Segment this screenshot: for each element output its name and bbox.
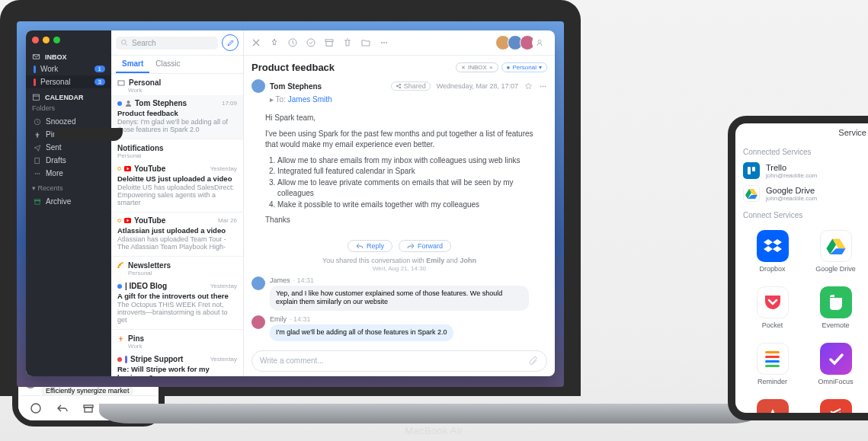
sidebar-inbox-header[interactable]: INBOX (26, 48, 111, 62)
archive-icon[interactable] (82, 402, 94, 414)
participant-avatars[interactable] (498, 35, 547, 50)
close-icon[interactable] (251, 38, 261, 47)
svg-rect-8 (85, 407, 92, 412)
reply-button[interactable]: Reply (348, 240, 392, 252)
connected-services-label: Connected Services (735, 142, 868, 159)
email-body: Hi Spark team, I've been using Spark for… (244, 108, 555, 237)
sidebar-item-work[interactable]: Work1 (26, 62, 111, 75)
comment-bubble[interactable]: Yep, and I like how customer explained s… (270, 286, 529, 311)
email-subject: Product feedback (251, 62, 335, 73)
reply-icon[interactable] (56, 402, 69, 414)
sidebar-item-more[interactable]: More (26, 167, 111, 180)
comment-bubble[interactable]: I'm glad we'll be adding all of those fe… (270, 324, 453, 341)
svg-rect-41 (752, 167, 755, 171)
youtube-icon (124, 217, 131, 224)
stripe-icon (125, 356, 127, 363)
svg-rect-40 (748, 167, 751, 174)
pin-icon[interactable] (270, 38, 279, 47)
reader-from-row[interactable]: Tom Stephens Shared Wednesday, Mar 28, 1… (244, 78, 555, 94)
reader-toolbar (244, 30, 555, 56)
snooze-icon[interactable] (288, 38, 297, 47)
svg-point-22 (127, 101, 130, 104)
sidebar-calendar-header[interactable]: CALENDAR (26, 88, 111, 103)
sidebar-recents-label[interactable]: ▾ Recents (26, 183, 111, 195)
iphone-notch (54, 127, 123, 141)
trello-icon (743, 162, 760, 179)
reader-to-row[interactable]: ▸ To: James Smith (244, 94, 555, 108)
ipad-header: Service (735, 123, 868, 142)
avatar (251, 315, 265, 329)
tile-reminder[interactable]: Reminder (746, 343, 799, 385)
search-icon (120, 39, 128, 46)
sidebar: INBOX Work1 Personal3 CALENDAR Folders S… (26, 30, 111, 376)
trash-icon[interactable] (343, 38, 352, 47)
forward-button[interactable]: Forward (399, 240, 451, 252)
gdrive-icon (743, 185, 760, 202)
svg-point-38 (543, 85, 544, 87)
sidebar-item-personal[interactable]: Personal3 (26, 75, 111, 88)
tile-omnifocus[interactable]: OmniFocus (809, 343, 862, 385)
rss-icon (117, 262, 124, 269)
connect-services-label: Connect Services (735, 205, 868, 222)
more-icon[interactable] (539, 82, 547, 91)
group-newsletters[interactable]: Newsletters (111, 257, 243, 270)
svg-rect-14 (35, 158, 40, 164)
tab-smart[interactable]: Smart (116, 56, 149, 73)
comment-input[interactable]: Write a comment... (251, 350, 547, 372)
circle-icon[interactable] (30, 402, 42, 414)
shared-pill[interactable]: Shared (391, 81, 431, 91)
tile-pocket[interactable]: Pocket (746, 286, 799, 329)
add-participant-icon (532, 35, 547, 50)
archive-icon[interactable] (325, 38, 334, 47)
service-google-drive[interactable]: Google Drivejohn@readdle.com (735, 182, 868, 205)
tile-dropbox[interactable]: Dropbox (746, 230, 799, 273)
service-trello[interactable]: Trellojohn@readdle.com (735, 159, 868, 182)
inbox-icon (32, 53, 40, 61)
ring-icon (117, 219, 121, 222)
message-item[interactable]: Stripe SupportYesterday Re: Will Stripe … (111, 351, 243, 376)
message-item[interactable]: YouTubeMar 26 Atlassian just uploaded a … (111, 213, 243, 257)
window-controls[interactable] (26, 30, 111, 48)
group-notifications[interactable]: Notifications (111, 139, 243, 152)
tile-wunderlist[interactable]: Wunderlist (746, 399, 799, 420)
svg-point-20 (122, 40, 127, 45)
ipad-device: Service Connected Services Trellojohn@re… (728, 116, 868, 420)
chip-inbox[interactable]: ✕ INBOX × (456, 62, 498, 72)
sender-name: Tom Stephens (270, 82, 322, 91)
compose-button[interactable] (222, 34, 239, 51)
message-item[interactable]: | IDEO BlogYesterday A gift for the intr… (111, 278, 243, 330)
conversation-comments: James· 14:31 Yep, and I like how custome… (244, 273, 555, 350)
message-item[interactable]: Tom Stephens17:09 Product feedback Denys… (111, 95, 243, 139)
attach-icon[interactable] (528, 356, 539, 366)
tile-gdrive[interactable]: Google Drive (809, 230, 862, 273)
sidebar-item-sent[interactable]: Sent (26, 141, 111, 154)
macbook-device: INBOX Work1 Personal3 CALENDAR Folders S… (0, 0, 581, 396)
done-icon[interactable] (306, 38, 315, 47)
svg-point-17 (39, 173, 40, 174)
services-grid: Dropbox Google Drive Pocket Evernote Rem… (735, 222, 868, 420)
group-pins[interactable]: Pins (111, 330, 243, 343)
sidebar-item-drafts[interactable]: Drafts (26, 154, 111, 167)
pin-icon (34, 131, 41, 139)
share-icon (396, 83, 402, 89)
unread-dot-icon (117, 284, 122, 289)
svg-point-32 (386, 42, 387, 43)
chip-personal[interactable]: ● Personal ▾ (501, 62, 547, 72)
sent-icon (34, 144, 41, 152)
svg-point-15 (35, 173, 37, 174)
sidebar-item-archive[interactable]: Archive (26, 195, 111, 208)
tile-evernote[interactable]: Evernote (809, 286, 862, 329)
sidebar-item-snoozed[interactable]: Snoozed (26, 115, 111, 128)
tab-classic[interactable]: Classic (149, 56, 186, 73)
more-icon[interactable] (380, 38, 389, 47)
message-item[interactable]: YouTubeYesterday Deloitte US just upload… (111, 161, 243, 213)
folder-icon[interactable] (361, 38, 370, 47)
message-list-pane: Search Smart Classic Personal Work Tom S… (111, 30, 244, 376)
tile-todoist[interactable]: Todoist (809, 399, 862, 420)
sidebar-folders-label: Folders (26, 103, 111, 115)
group-personal[interactable]: Personal (111, 74, 243, 87)
star-icon[interactable] (524, 82, 533, 91)
search-input[interactable]: Search (116, 37, 218, 50)
youtube-icon (124, 165, 131, 172)
drafts-icon (34, 157, 41, 165)
